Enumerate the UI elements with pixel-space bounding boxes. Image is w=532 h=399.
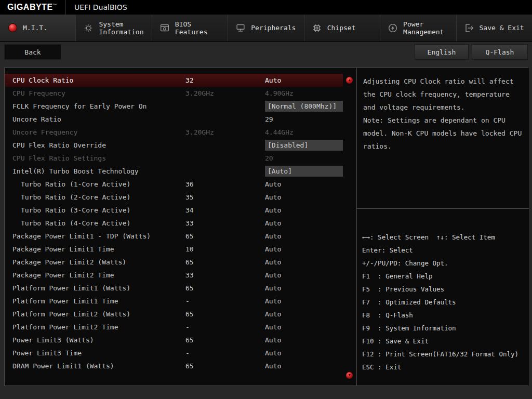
language-button[interactable]: English [415,44,469,60]
back-button[interactable]: Back [4,44,61,60]
tab-bios-features[interactable]: BIOS Features [152,15,228,41]
help-description: Adjusting CPU Clock ratio will affectthe… [357,68,529,208]
help-line: the CPU clock frequency, temperature [363,88,523,101]
toolbar: Back English Q-Flash [4,44,528,60]
setting-row[interactable]: Package Power Limit1 Time 10 Auto [5,243,343,256]
setting-name: Package Power Limit2 Time [5,271,185,279]
tab-label: System Information [99,20,143,36]
scroll-up-icon[interactable]: ▲ [346,77,353,84]
setting-name: Platform Power Limit2 Time [5,323,185,331]
tab-chipset[interactable]: Chipset [304,15,380,41]
setting-option[interactable]: Auto [265,310,343,318]
setting-current-value: 65 [185,284,265,292]
setting-name: Package Power Limit1 Time [5,245,185,253]
setting-row[interactable]: CPU Flex Ratio Settings 20 [5,152,343,165]
setting-current-value: - [185,349,265,357]
setting-option[interactable]: Auto [265,297,343,305]
setting-option[interactable]: Auto [265,349,343,357]
setting-current-value: 35 [185,193,265,201]
main-panel: ▲ CPU Clock Ratio 32 Auto CPU Frequency … [4,68,528,386]
setting-row[interactable]: Platform Power Limit2 Time - Auto [5,321,343,334]
setting-option[interactable]: Auto [265,284,343,292]
tab-label: Save & Exit [480,24,524,32]
setting-option[interactable]: Auto [265,232,343,240]
setting-row[interactable]: Platform Power Limit1 (Watts) 65 Auto [5,282,343,295]
setting-row[interactable]: Package Power Limit1 - TDP (Watts) 65 Au… [5,230,343,243]
tab-label: Chipset [327,24,356,32]
hotkey-hint: ←→: Select Screen ↑↓: Select Item [362,231,524,244]
setting-name: Platform Power Limit1 Time [5,297,185,305]
setting-row[interactable]: Turbo Ratio (2-Core Active) 35 Auto [5,191,343,204]
setting-option[interactable]: Auto [265,271,343,279]
setting-row[interactable]: CPU Frequency 3.20GHz 4.90GHz [5,87,343,100]
setting-name: Uncore Frequency [5,128,185,136]
tab-system-information[interactable]: System Information [76,15,152,41]
setting-row[interactable]: Turbo Ratio (1-Core Active) 36 Auto [5,178,343,191]
setting-current-value: - [185,323,265,331]
setting-row[interactable]: Intel(R) Turbo Boost Technology [Auto] [5,165,343,178]
scroll-down-icon[interactable]: ▼ [346,372,353,379]
help-line: ratios. [363,140,523,153]
setting-row[interactable]: CPU Flex Ratio Override [Disabled] [5,139,343,152]
setting-option[interactable]: 29 [265,115,343,123]
bios-setup-screen: GIGABYTE™ UEFI DualBIOS M.I.T. System In… [0,0,532,399]
qflash-button[interactable]: Q-Flash [472,44,528,60]
hotkey-legend: ←→: Select Screen ↑↓: Select ItemEnter: … [357,209,529,374]
tab-bar: M.I.T. System Information BIOS Features … [0,15,532,42]
setting-row[interactable]: Power Limit3 (Watts) 65 Auto [5,334,343,347]
hotkey-hint: Enter: Select [362,244,524,257]
setting-row[interactable]: Package Power Limit2 (Watts) 65 Auto [5,256,343,269]
setting-row[interactable]: Platform Power Limit1 Time - Auto [5,295,343,308]
setting-name: Turbo Ratio (3-Core Active) [5,206,185,214]
setting-option[interactable]: Auto [265,76,343,84]
hotkey-hint: F5 : Previous Values [362,283,524,296]
setting-option[interactable]: [Disabled] [265,140,343,151]
setting-option[interactable]: 4.90GHz [265,89,343,97]
setting-option[interactable]: Auto [265,258,343,266]
setting-option[interactable]: 20 [265,154,343,162]
setting-option[interactable]: [Normal (800Mhz)] [265,101,343,112]
tab-label: BIOS Features [175,20,208,36]
hotkey-hint: F12 : Print Screen(FAT16/32 Format Only) [362,348,524,361]
setting-option[interactable]: Auto [265,180,343,188]
setting-current-value: 65 [185,310,265,318]
hotkey-hint: F10 : Save & Exit [362,335,524,348]
setting-row[interactable]: FCLK Frequency for Early Power On [Norma… [5,100,343,113]
setting-option[interactable]: Auto [265,206,343,214]
setting-row[interactable]: CPU Clock Ratio 32 Auto [5,74,343,87]
tab-save-exit[interactable]: Save & Exit [457,15,532,41]
tab-mit[interactable]: M.I.T. [0,15,76,41]
tab-power-management[interactable]: Power Management [380,15,456,41]
setting-current-value: - [185,297,265,305]
setting-option[interactable]: Auto [265,193,343,201]
setting-row[interactable]: Package Power Limit2 Time 33 Auto [5,269,343,282]
setting-option[interactable]: Auto [265,219,343,227]
setting-row[interactable]: Platform Power Limit2 (Watts) 65 Auto [5,308,343,321]
hotkey-hint: ESC : Exit [362,361,524,374]
hotkey-hint: F7 : Optimized Defaults [362,296,524,309]
tab-peripherals[interactable]: Peripherals [228,15,304,41]
tab-label: Power Management [403,20,444,36]
setting-name: CPU Flex Ratio Override [5,141,185,149]
setting-option[interactable]: 4.44GHz [265,128,343,136]
setting-option[interactable]: Auto [265,336,343,344]
setting-current-value: 36 [185,180,265,188]
setting-row[interactable]: Turbo Ratio (3-Core Active) 34 Auto [5,204,343,217]
setting-row[interactable]: DRAM Power Limit1 (Watts) 65 Auto [5,360,343,373]
setting-name: CPU Clock Ratio [5,76,185,84]
setting-option[interactable]: Auto [265,323,343,331]
tab-label: M.I.T. [23,24,47,32]
setting-row[interactable]: Power Limit3 Time - Auto [5,347,343,360]
setting-row[interactable]: Uncore Frequency 3.20GHz 4.44GHz [5,126,343,139]
setting-current-value: 65 [185,258,265,266]
setting-row[interactable]: Uncore Ratio 29 [5,113,343,126]
setting-option[interactable]: Auto [265,362,343,370]
setting-name: Platform Power Limit1 (Watts) [5,284,185,292]
help-panel: Adjusting CPU Clock ratio will affectthe… [356,68,529,385]
mit-icon [7,22,18,34]
setting-row[interactable]: Turbo Ratio (4-Core Active) 33 Auto [5,217,343,230]
setting-current-value: 34 [185,206,265,214]
chipset-icon [311,22,323,34]
setting-option[interactable]: [Auto] [265,166,343,177]
setting-option[interactable]: Auto [265,245,343,253]
